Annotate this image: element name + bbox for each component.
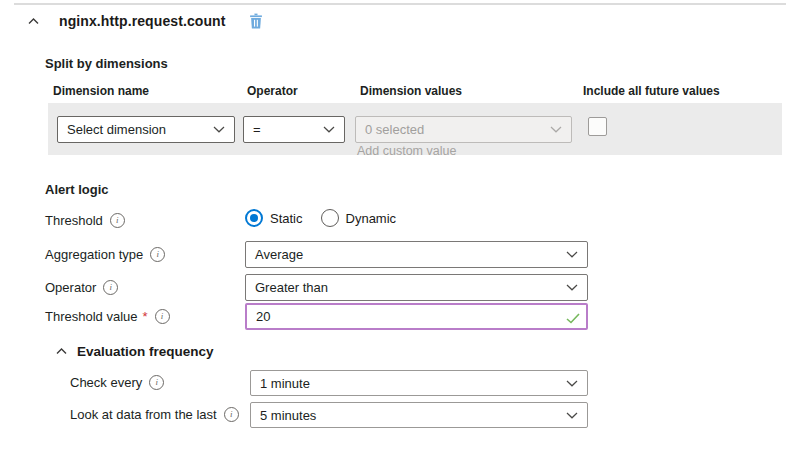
dimension-name-dropdown[interactable]: Select dimension <box>57 116 235 143</box>
chevron-down-icon <box>550 126 562 133</box>
dimension-values-dropdown: 0 selected <box>355 116 572 143</box>
evaluation-frequency-title: Evaluation frequency <box>77 344 214 359</box>
threshold-value-input[interactable] <box>245 303 588 330</box>
look-back-dropdown-value: 5 minutes <box>260 408 316 423</box>
dimension-name-dropdown-value: Select dimension <box>67 122 166 137</box>
threshold-value-label-row: Threshold value * i <box>45 309 170 324</box>
threshold-label-row: Threshold i <box>45 213 125 228</box>
threshold-value-label: Threshold value <box>45 309 138 324</box>
alert-condition-panel: nginx.http.request.count Split by dimens… <box>0 0 800 454</box>
dimension-operator-dropdown-value: = <box>253 122 261 137</box>
chevron-down-icon <box>323 126 335 133</box>
required-asterisk: * <box>143 309 148 324</box>
valid-checkmark-icon <box>566 310 580 328</box>
threshold-label: Threshold <box>45 213 103 228</box>
radio-static[interactable]: Static <box>245 209 303 227</box>
check-every-label: Check every <box>70 375 142 390</box>
operator-dropdown[interactable]: Greater than <box>245 274 588 301</box>
column-header-include-future: Include all future values <box>583 84 720 98</box>
look-back-label-row: Look at data from the last i <box>70 407 239 422</box>
column-header-operator: Operator <box>247 84 298 98</box>
aggregation-type-dropdown[interactable]: Average <box>245 241 588 268</box>
radio-dynamic[interactable]: Dynamic <box>321 209 397 227</box>
check-every-dropdown[interactable]: 1 minute <box>250 370 588 396</box>
delete-icon[interactable] <box>249 13 263 29</box>
radio-selected-icon[interactable] <box>245 209 263 227</box>
aggregation-type-label-row: Aggregation type i <box>45 247 165 262</box>
radio-unselected-icon[interactable] <box>321 209 339 227</box>
column-header-dimension-values: Dimension values <box>360 84 462 98</box>
metric-header: nginx.http.request.count <box>28 13 263 29</box>
column-header-dimension-name: Dimension name <box>53 84 149 98</box>
info-icon[interactable]: i <box>155 309 170 324</box>
radio-static-label: Static <box>270 211 303 226</box>
metric-title: nginx.http.request.count <box>59 13 226 29</box>
threshold-radio-group: Static Dynamic <box>245 209 396 227</box>
chevron-up-icon[interactable] <box>56 348 67 355</box>
check-every-label-row: Check every i <box>70 375 164 390</box>
include-future-values-checkbox[interactable] <box>588 117 607 136</box>
info-icon[interactable]: i <box>103 280 118 295</box>
aggregation-type-label: Aggregation type <box>45 247 143 262</box>
chevron-down-icon <box>213 126 225 133</box>
add-custom-value-link[interactable]: Add custom value <box>357 144 456 158</box>
info-icon[interactable]: i <box>110 213 125 228</box>
look-back-label: Look at data from the last <box>70 407 217 422</box>
operator-label-row: Operator i <box>45 280 118 295</box>
chevron-down-icon <box>566 380 578 387</box>
info-icon[interactable]: i <box>149 375 164 390</box>
info-icon[interactable]: i <box>224 407 239 422</box>
dimension-operator-dropdown[interactable]: = <box>243 116 345 143</box>
dimension-row: Select dimension = 0 selected Add custom… <box>48 103 782 155</box>
info-icon[interactable]: i <box>150 247 165 262</box>
check-every-dropdown-value: 1 minute <box>260 376 310 391</box>
operator-dropdown-value: Greater than <box>255 280 328 295</box>
chevron-up-icon[interactable] <box>28 18 39 25</box>
aggregation-type-dropdown-value: Average <box>255 247 303 262</box>
dimension-values-dropdown-value: 0 selected <box>365 122 424 137</box>
split-by-dimensions-title: Split by dimensions <box>45 56 168 71</box>
evaluation-frequency-header: Evaluation frequency <box>56 344 214 359</box>
chevron-down-icon <box>566 284 578 291</box>
alert-logic-title: Alert logic <box>45 182 109 197</box>
radio-dynamic-label: Dynamic <box>346 211 397 226</box>
look-back-dropdown[interactable]: 5 minutes <box>250 402 588 428</box>
chevron-down-icon <box>566 251 578 258</box>
divider <box>14 3 786 5</box>
chevron-down-icon <box>566 412 578 419</box>
operator-label: Operator <box>45 280 96 295</box>
